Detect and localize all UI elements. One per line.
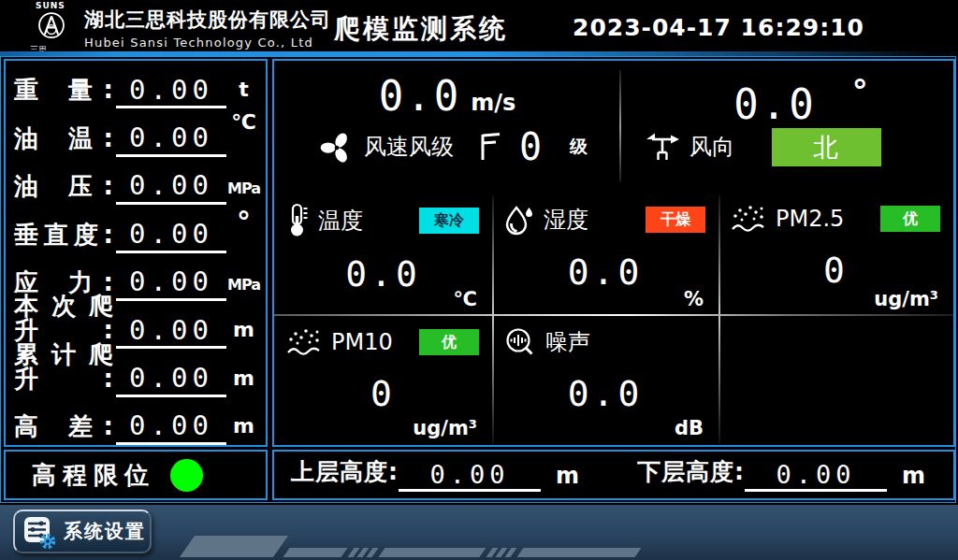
wind-direction-label: 风向: [689, 132, 734, 162]
metric-unit: ℃: [226, 108, 261, 141]
wind-speed-row: 风速风级 0 级: [319, 126, 588, 167]
humidity-unit: %: [684, 288, 704, 310]
metric-value: 0.00: [129, 218, 213, 250]
metric-label: 高 差:: [14, 414, 113, 445]
humidity-status-badge: 干燥: [646, 207, 705, 233]
climbing-formwork-monitor-app: SUNS 三思 湖北三思科技股份有限公司 Hubei Sansi Technol…: [0, 0, 958, 560]
wind-direction-row: 风向 北: [645, 126, 881, 167]
metric-value: 0.00: [129, 409, 213, 441]
sansi-logo-icon: [33, 10, 70, 42]
metric-row-weight: 重 量: 0.00 t: [6, 61, 266, 108]
limit-status-indicator: [170, 459, 203, 492]
metric-unit: MPa: [226, 278, 261, 301]
temperature-label: 温度: [318, 206, 363, 236]
pm10-value: 0: [274, 373, 492, 414]
layer-heights-box: 上层高度: 0.00 m 下层高度: 0.00 m: [272, 450, 955, 500]
metric-unit: °: [226, 205, 261, 245]
wind-speed-label: 风速风级: [364, 132, 454, 162]
wind-direction-display: 0.0°: [648, 72, 953, 128]
upper-height-group: 上层高度: 0.00 m: [291, 456, 579, 492]
header: SUNS 三思 湖北三思科技股份有限公司 Hubei Sansi Technol…: [0, 0, 958, 51]
elevation-limit-label: 高程限位: [32, 459, 155, 492]
metric-value: 0.00: [129, 362, 213, 394]
wind-vane-icon: [645, 130, 680, 164]
lower-height-label: 下层高度:: [637, 456, 745, 492]
metric-label: 重 量:: [14, 78, 113, 108]
temperature-unit: ℃: [454, 288, 477, 310]
page-title: 爬模监测系统: [334, 11, 508, 47]
metric-unit: m: [226, 368, 261, 397]
logo-suns-text: SUNS: [26, 1, 77, 10]
wind-grade-icon: [478, 131, 502, 163]
wind-speed-unit: m/s: [471, 90, 515, 116]
lower-height-value: 0.00: [776, 460, 855, 489]
temperature-status-badge: 寒冷: [419, 208, 479, 234]
pm10-cell: PM10 优 0 ug/m³: [274, 315, 492, 444]
particles-icon: [731, 203, 766, 235]
wind-grade-unit: 级: [570, 135, 588, 159]
metrics-panel: 重 量: 0.00 t 油 温: 0.00 ℃ 油 压: 0.00 MPa 垂直…: [4, 59, 268, 447]
grid-divider: [718, 315, 720, 444]
metric-value: 0.00: [129, 314, 213, 346]
noise-meter-icon: [504, 326, 536, 358]
pm10-unit: ug/m³: [413, 417, 477, 439]
metric-row-height-diff: 高 差: 0.00 m: [6, 397, 266, 445]
pm25-cell: PM2.5 优 0 ug/m³: [718, 192, 953, 315]
metric-unit: m: [226, 416, 261, 445]
system-settings-button[interactable]: 系统设置: [13, 510, 152, 553]
thermometer-icon: [286, 203, 309, 238]
metric-value: 0.00: [129, 169, 213, 201]
metric-unit: m: [226, 320, 261, 349]
wind-grade-value: 0: [519, 125, 542, 168]
fan-icon: [319, 129, 355, 165]
noise-cell: 噪声 0.0 dB: [492, 315, 718, 444]
upper-height-value: 0.00: [429, 460, 509, 489]
environment-panel: 0.0m/s 风速风级: [272, 59, 955, 447]
upper-height-label: 上层高度:: [291, 456, 399, 492]
taskbar-stripe: [180, 536, 288, 557]
metric-label: 垂直度:: [14, 223, 113, 253]
wind-direction-button[interactable]: 北: [772, 128, 881, 166]
wind-speed-display: 0.0m/s: [274, 72, 620, 120]
humidity-label: 湿度: [544, 205, 588, 235]
upper-height-unit: m: [556, 463, 579, 492]
humidity-cell: 湿度 干燥 0.0 %: [492, 192, 718, 315]
pm25-status-badge: 优: [880, 206, 940, 232]
settings-button-label: 系统设置: [64, 519, 146, 544]
metric-value: 0.00: [129, 74, 213, 106]
datetime-display: 2023-04-17 16:29:10: [573, 14, 864, 41]
metric-unit: t: [226, 79, 261, 108]
taskbar-stripe: [283, 548, 347, 557]
metric-row-oil-temp: 油 温: 0.00 ℃: [6, 108, 266, 156]
noise-label: 噪声: [545, 327, 590, 357]
metric-value: 0.00: [129, 122, 213, 153]
metric-unit: MPa: [226, 181, 261, 205]
metric-row-oil-pressure: 油 压: 0.00 MPa: [6, 157, 266, 205]
noise-value: 0.0: [492, 373, 718, 414]
metric-label: 累计爬升:: [14, 342, 113, 397]
lower-height-unit: m: [902, 463, 925, 492]
company-block: 湖北三思科技股份有限公司 Hubei Sansi Technology Co.,…: [84, 7, 331, 50]
company-name-cn: 湖北三思科技股份有限公司: [84, 7, 331, 33]
metric-row-verticality: 垂直度: 0.00 °: [6, 205, 266, 252]
company-name-en: Hubei Sansi Technology Co., Ltd: [84, 36, 331, 50]
metric-value: 0.00: [129, 266, 213, 297]
wind-speed-value: 0.0: [379, 72, 461, 120]
taskbar-stripe: [378, 548, 486, 557]
wind-direction-unit: °: [852, 72, 868, 109]
wind-direction-value: 0.0: [733, 80, 816, 128]
elevation-limit-box: 高程限位: [4, 450, 268, 500]
particles-icon: [286, 326, 322, 358]
pm25-value: 0: [718, 250, 953, 291]
temperature-cell: 温度 寒冷 0.0 ℃: [274, 192, 492, 315]
taskbar-stripe: [516, 548, 641, 557]
metric-label: 油 压:: [14, 174, 113, 205]
pm10-status-badge: 优: [419, 329, 479, 355]
water-drop-icon: [504, 203, 534, 237]
metric-label: 油 温:: [14, 126, 113, 157]
pm25-unit: ug/m³: [874, 288, 938, 310]
noise-unit: dB: [675, 417, 704, 439]
settings-sliders-gear-icon: [22, 514, 56, 550]
content-area: 重 量: 0.00 t 油 温: 0.00 ℃ 油 压: 0.00 MPa 垂直…: [0, 56, 958, 505]
pm25-label: PM2.5: [776, 206, 844, 232]
